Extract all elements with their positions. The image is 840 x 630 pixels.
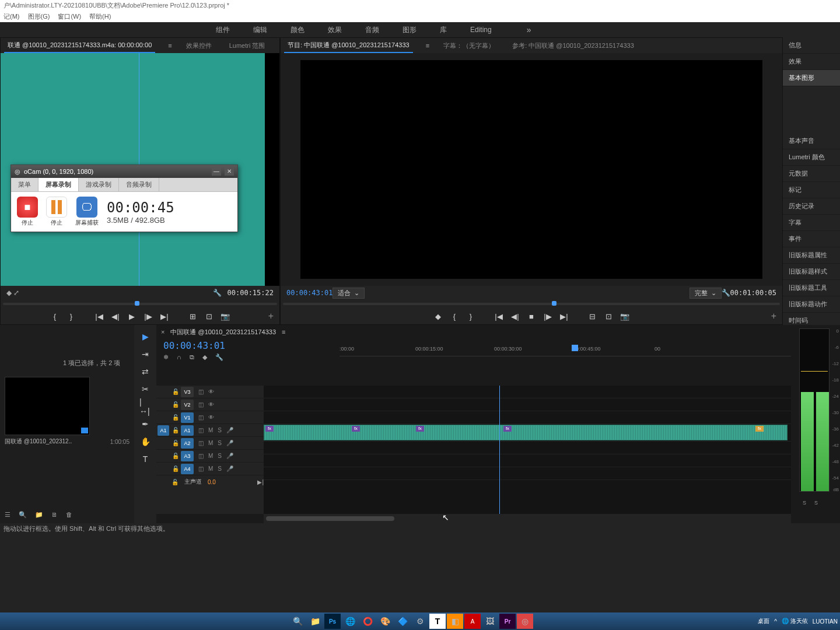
ws-editing[interactable]: 编辑 xyxy=(253,25,267,35)
taskbar-steam-icon[interactable]: ⚙ xyxy=(412,614,428,629)
list-view-icon[interactable]: ☰ xyxy=(5,511,10,519)
snap-icon[interactable]: ❄ xyxy=(163,354,169,361)
new-bin-icon[interactable]: 📁 xyxy=(35,511,43,519)
ocam-window[interactable]: ◎ oCam (0, 0, 1920, 1080) — ✕ 菜单 屏幕录制 游戏… xyxy=(10,164,238,232)
panel-legacy-title-actions[interactable]: 旧版标题动作 xyxy=(783,296,840,313)
track-select-tool-icon[interactable]: ⇥ xyxy=(139,348,151,360)
close-button[interactable]: ✕ xyxy=(225,167,234,176)
play-icon[interactable]: ▶ xyxy=(128,312,136,320)
settings-icon[interactable]: 🔧 xyxy=(215,354,223,361)
solo-button[interactable]: S xyxy=(218,466,222,472)
solo-button[interactable]: S xyxy=(218,440,222,446)
ws-graphics[interactable]: 图形 xyxy=(402,25,416,35)
panel-lumetri[interactable]: Lumetri 颜色 xyxy=(783,149,840,166)
panel-events[interactable]: 事件 xyxy=(783,231,840,247)
src-patch-a1[interactable]: A1 xyxy=(158,425,169,436)
ocam-stop-button[interactable]: ■停止 xyxy=(17,197,38,227)
ocam-tab-menu[interactable]: 菜单 xyxy=(11,178,38,191)
playhead-icon[interactable] xyxy=(572,345,578,351)
ws-more-icon[interactable]: » xyxy=(527,25,531,34)
lock-icon[interactable]: 🔓 xyxy=(170,453,181,459)
quality-select[interactable]: 完整 ⌄ xyxy=(690,288,722,299)
goto-out-icon[interactable]: ▶| xyxy=(160,312,169,320)
lock-icon[interactable]: 🔓 xyxy=(170,440,181,446)
mark-in-icon[interactable]: { xyxy=(450,312,459,320)
toggle-output-icon[interactable]: ◫ xyxy=(198,401,204,408)
taskbar-app-icon[interactable]: 🎨 xyxy=(377,614,393,629)
ws-library[interactable]: 库 xyxy=(440,25,447,35)
taskbar-app-icon[interactable]: ◧ xyxy=(447,614,463,629)
export-frame-icon[interactable]: 📷 xyxy=(621,312,629,320)
add-button-icon[interactable]: + xyxy=(268,311,274,321)
taskbar-pr-icon[interactable]: Pr xyxy=(499,614,516,629)
panel-history[interactable]: 历史记录 xyxy=(783,198,840,215)
track-area[interactable]: fx fx fx fx fx xyxy=(264,386,791,514)
ws-color[interactable]: 颜色 xyxy=(290,25,304,35)
lock-icon[interactable]: 🔓 xyxy=(170,401,181,408)
goto-out-icon[interactable]: ▶| xyxy=(560,312,568,320)
timeline-playhead[interactable] xyxy=(499,386,500,514)
solo-l[interactable]: S xyxy=(803,500,806,506)
lock-icon[interactable]: 🔓 xyxy=(170,427,181,433)
taskbar-explorer-icon[interactable]: 📁 xyxy=(307,614,323,629)
mute-button[interactable]: M xyxy=(208,453,213,459)
marker-icon[interactable]: ◆ xyxy=(202,354,207,361)
ws-editing-en[interactable]: Editing xyxy=(470,26,492,34)
track-v2[interactable]: V2 xyxy=(181,400,194,410)
taskbar-ocam-icon[interactable]: ◎ xyxy=(517,614,533,629)
track-a4[interactable]: A4 xyxy=(181,464,194,474)
source-scrub[interactable] xyxy=(1,300,279,308)
ocam-tab-game[interactable]: 游戏录制 xyxy=(79,178,119,191)
program-tab[interactable]: 节目: 中国联通 @10010_20231215174333 xyxy=(284,38,413,53)
mic-icon[interactable]: 🎤 xyxy=(226,466,233,472)
mic-icon[interactable]: 🎤 xyxy=(226,427,233,433)
lock-icon[interactable]: 🔓 xyxy=(170,466,181,472)
ws-assembly[interactable]: 组件 xyxy=(216,25,230,35)
track-a3[interactable]: A3 xyxy=(181,451,194,461)
overwrite-icon[interactable]: ⊡ xyxy=(205,312,213,320)
timeline-ruler[interactable]: :00:00 00:00:15:00 00:00:30:00 00:00:45:… xyxy=(340,345,791,356)
tab-menu-icon[interactable]: ≡ xyxy=(426,42,429,49)
mic-icon[interactable]: 🎤 xyxy=(226,453,233,459)
lock-icon[interactable]: 🔓 xyxy=(170,414,181,421)
magnet-icon[interactable]: ∩ xyxy=(177,354,181,361)
export-frame-icon[interactable]: 📷 xyxy=(221,312,229,320)
linked-selection-icon[interactable]: ⧉ xyxy=(190,354,194,361)
panel-effects[interactable]: 效果 xyxy=(783,54,840,70)
solo-r[interactable]: S xyxy=(814,500,818,506)
menu-help[interactable]: 帮助(H) xyxy=(89,12,111,21)
solo-button[interactable]: S xyxy=(218,427,222,433)
panel-essential-sound[interactable]: 基本声音 xyxy=(783,133,840,149)
step-fwd-icon[interactable]: |▶ xyxy=(544,312,552,320)
goto-end-icon[interactable]: ▶| xyxy=(257,479,264,485)
type-tool-icon[interactable]: T xyxy=(139,453,151,465)
track-a2[interactable]: A2 xyxy=(181,438,194,449)
ocam-pause-button[interactable]: 停止 xyxy=(46,197,67,227)
taskbar-ps-icon[interactable]: Ps xyxy=(324,614,341,629)
step-fwd-icon[interactable]: |▶ xyxy=(144,312,152,320)
zoom-select[interactable]: 适合 ⌄ xyxy=(332,288,365,299)
razor-tool-icon[interactable]: ✂ xyxy=(139,383,151,395)
hand-tool-icon[interactable]: ✋ xyxy=(139,436,151,447)
panel-info[interactable]: 信息 xyxy=(783,37,840,54)
panel-metadata[interactable]: 元数据 xyxy=(783,166,840,182)
insert-icon[interactable]: ⊞ xyxy=(188,312,197,320)
menu-mark[interactable]: 记(M) xyxy=(4,12,20,21)
panel-legacy-title-props[interactable]: 旧版标题属性 xyxy=(783,247,840,264)
ocam-tab-audio[interactable]: 音频录制 xyxy=(119,178,159,191)
clip-thumbnail[interactable] xyxy=(5,377,90,435)
wrench-icon[interactable]: 🔧 xyxy=(722,289,730,297)
panel-legacy-title-styles[interactable]: 旧版标题样式 xyxy=(783,264,840,280)
lock-icon[interactable]: 🔓 xyxy=(172,479,178,485)
program-view[interactable] xyxy=(281,53,782,286)
pen-tool-icon[interactable]: ✒ xyxy=(139,418,151,430)
trash-icon[interactable]: 🗑 xyxy=(66,511,72,519)
track-v1[interactable]: V1 xyxy=(181,412,194,423)
master-value[interactable]: 0.0 xyxy=(208,479,216,485)
toggle-output-icon[interactable]: ◫ xyxy=(198,414,204,421)
mic-icon[interactable]: 🎤 xyxy=(226,440,233,446)
mark-in-icon[interactable]: { xyxy=(51,312,59,320)
ws-audio[interactable]: 音频 xyxy=(365,25,379,35)
lock-icon[interactable]: 🔓 xyxy=(170,388,181,395)
menu-graphics[interactable]: 图形(G) xyxy=(28,12,50,21)
